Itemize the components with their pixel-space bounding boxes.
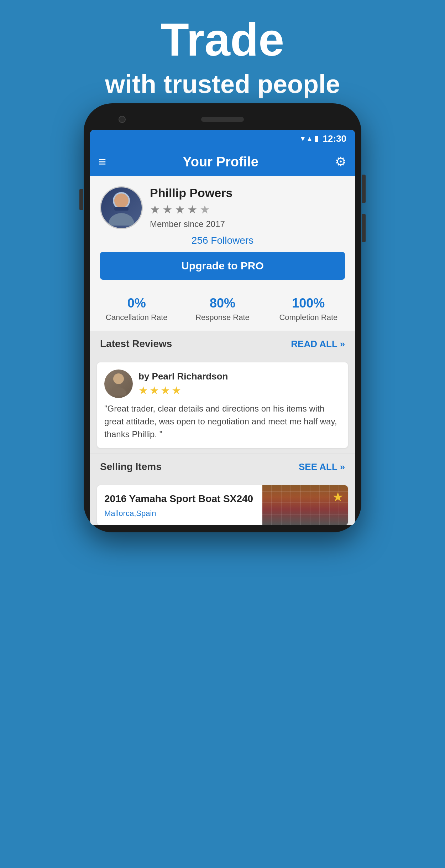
followers-link[interactable]: 256 Followers xyxy=(192,235,253,246)
review-stars: ★ ★ ★ ★ xyxy=(138,384,341,397)
profile-info: Phillip Powers ★ ★ ★ ★ ★ Member since 20… xyxy=(150,186,345,229)
completion-label: Completion Rate xyxy=(266,313,351,322)
response-rate: 80% Response Rate xyxy=(179,296,265,322)
selling-header: Selling Items SEE ALL » xyxy=(90,454,355,480)
app-bar-title: Your Profile xyxy=(183,154,258,170)
rating-stars: ★ ★ ★ ★ ★ xyxy=(150,203,345,216)
star-3: ★ xyxy=(175,203,185,216)
front-camera xyxy=(119,116,126,123)
phone-shell: ▾ ▴ ▮ 12:30 ≡ Your Profile ⚙ xyxy=(84,103,361,532)
status-bar: ▾ ▴ ▮ 12:30 xyxy=(90,130,355,148)
review-star-4: ★ xyxy=(172,384,181,397)
hero-subtitle: with trusted people xyxy=(0,69,445,99)
avatar xyxy=(100,186,143,229)
phone-top-bar xyxy=(90,110,355,128)
svg-point-1 xyxy=(109,213,134,226)
item-info: 2016 Yamaha Sport Boat SX240 Mallorca,Sp… xyxy=(97,485,262,525)
wifi-icon: ▾ xyxy=(301,134,305,143)
cancellation-rate: 0% Cancellation Rate xyxy=(94,296,179,322)
status-time: 12:30 xyxy=(323,133,347,144)
power-button xyxy=(362,175,366,203)
phone-screen: ▾ ▴ ▮ 12:30 ≡ Your Profile ⚙ xyxy=(90,130,355,525)
svg-point-5 xyxy=(111,387,126,396)
hero-section: Trade with trusted people xyxy=(0,14,445,99)
review-meta: by Pearl Richardson ★ ★ ★ ★ xyxy=(138,371,341,397)
item-title: 2016 Yamaha Sport Boat SX240 xyxy=(104,492,255,505)
review-star-3: ★ xyxy=(161,384,170,397)
completion-rate: 100% Completion Rate xyxy=(266,296,351,322)
profile-name: Phillip Powers xyxy=(150,186,345,200)
completion-value: 100% xyxy=(266,296,351,311)
star-4: ★ xyxy=(187,203,198,216)
star-1: ★ xyxy=(150,203,160,216)
see-all-link[interactable]: SEE ALL » xyxy=(299,461,345,472)
app-bar: ≡ Your Profile ⚙ xyxy=(90,148,355,176)
volume-down-button xyxy=(79,189,83,210)
review-text: "Great trader, clear details and directi… xyxy=(104,402,341,441)
selling-title: Selling Items xyxy=(100,461,162,472)
svg-point-2 xyxy=(114,193,129,208)
review-star-2: ★ xyxy=(150,384,159,397)
reviews-title: Latest Reviews xyxy=(100,338,172,350)
reviewer-avatar xyxy=(104,370,133,398)
signal-icon: ▴ xyxy=(308,134,312,143)
favorite-icon[interactable]: ★ xyxy=(332,490,344,505)
battery-icon: ▮ xyxy=(314,134,319,143)
review-header: by Pearl Richardson ★ ★ ★ ★ xyxy=(104,370,341,398)
item-image: ★ xyxy=(262,485,348,525)
review-card: by Pearl Richardson ★ ★ ★ ★ "Great trade… xyxy=(97,362,348,448)
cancellation-value: 0% xyxy=(94,296,179,311)
profile-header: Phillip Powers ★ ★ ★ ★ ★ Member since 20… xyxy=(100,186,345,229)
reviewer-name: by Pearl Richardson xyxy=(138,371,341,382)
star-5: ★ xyxy=(200,203,210,216)
hero-title: Trade xyxy=(0,14,445,65)
response-label: Response Rate xyxy=(179,313,265,322)
menu-icon[interactable]: ≡ xyxy=(99,154,106,169)
review-star-1: ★ xyxy=(138,384,148,397)
phone-mockup: ▾ ▴ ▮ 12:30 ≡ Your Profile ⚙ xyxy=(84,103,361,532)
volume-up-button xyxy=(362,214,366,242)
settings-icon[interactable]: ⚙ xyxy=(335,154,346,169)
svg-rect-3 xyxy=(114,207,129,211)
profile-section: Phillip Powers ★ ★ ★ ★ ★ Member since 20… xyxy=(90,176,355,287)
member-since: Member since 2017 xyxy=(150,219,345,229)
reviews-header: Latest Reviews READ ALL » xyxy=(90,331,355,357)
stats-section: 0% Cancellation Rate 80% Response Rate 1… xyxy=(90,287,355,331)
upgrade-button[interactable]: Upgrade to PRO xyxy=(100,252,345,280)
item-location: Mallorca,Spain xyxy=(104,509,255,518)
star-2: ★ xyxy=(162,203,173,216)
status-icons: ▾ ▴ ▮ xyxy=(301,134,319,143)
cancellation-label: Cancellation Rate xyxy=(94,313,179,322)
item-card[interactable]: 2016 Yamaha Sport Boat SX240 Mallorca,Sp… xyxy=(97,485,348,525)
read-all-link[interactable]: READ ALL » xyxy=(291,339,345,350)
speaker xyxy=(201,117,244,122)
svg-point-4 xyxy=(113,373,124,384)
response-value: 80% xyxy=(179,296,265,311)
